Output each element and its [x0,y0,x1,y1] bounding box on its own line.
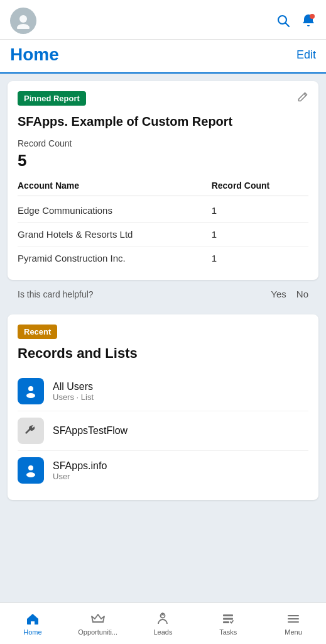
count-val: 1 [212,205,308,216]
person-icon [18,457,44,484]
edit-button[interactable]: Edit [296,48,316,62]
header-right [276,13,316,28]
account-name: Grand Hotels & Resorts Ltd [18,229,212,240]
section-title: Records and Lists [18,345,308,362]
account-name: Pyramid Construction Inc. [18,253,212,264]
list-item-text: SFAppsTestFlow [53,425,128,436]
nav-item-home[interactable]: Home [0,603,65,644]
nav-label-home: Home [23,628,41,636]
record-count-value: 5 [18,151,308,170]
bottom-nav: Home Opportuniti... Leads [0,602,326,644]
report-title: SFApps. Example of Custom Report [18,113,308,130]
nav-label-menu: Menu [285,628,302,636]
nav-item-opportunities[interactable]: Opportuniti... [65,603,131,644]
avatar[interactable] [10,8,36,34]
header-left [10,8,36,34]
report-table: Account Name Record Count Edge Communica… [18,180,308,270]
count-val: 1 [212,229,308,240]
page-title: Home [10,45,59,65]
recent-badge: Recent [18,325,57,339]
nav-label-opportunities: Opportuniti... [78,628,117,636]
table-row: Grand Hotels & Resorts Ltd 1 [18,223,308,247]
pinned-badge: Pinned Report [18,91,86,106]
svg-point-5 [28,386,33,391]
list-item[interactable]: SFApps.info User [18,451,308,490]
svg-rect-12 [223,621,229,623]
main-content: Pinned Report SFApps. Example of Custom … [0,74,326,508]
svg-line-3 [286,23,290,27]
table-row: Pyramid Construction Inc. 1 [18,247,308,270]
menu-icon [286,611,301,626]
svg-rect-10 [223,614,233,616]
nav-label-tasks: Tasks [219,628,237,636]
item-name: SFApps.info [53,460,107,472]
home-icon [25,611,40,626]
count-val: 1 [212,253,308,264]
helpful-buttons: Yes No [271,289,308,299]
item-sub: Users · List [53,392,94,402]
account-name: Edge Communications [18,205,212,216]
list-item-text: SFApps.info User [53,460,107,481]
crown-icon [90,611,106,626]
search-icon[interactable] [276,13,291,28]
person-icon [18,378,44,404]
item-name: SFAppsTestFlow [53,425,128,436]
card-header-row: Pinned Report [18,91,308,106]
table-header-row: Account Name Record Count [18,180,308,196]
helpful-section: Is this card helpful? Yes No [8,280,318,308]
svg-rect-11 [223,618,233,620]
svg-point-6 [26,393,35,398]
svg-point-0 [19,15,27,23]
notification-icon[interactable] [301,13,316,28]
svg-point-7 [28,465,33,470]
pinned-report-card: Pinned Report SFApps. Example of Custom … [8,81,318,280]
no-button[interactable]: No [296,289,308,299]
yes-button[interactable]: Yes [271,289,286,299]
nav-item-menu[interactable]: Menu [261,603,326,644]
star-person-icon [155,611,170,626]
item-name: All Users [53,381,94,392]
list-item[interactable]: All Users Users · List [18,372,308,411]
tasks-icon [220,611,236,626]
svg-point-1 [17,24,30,29]
recent-card: Recent Records and Lists All Users Users… [8,314,318,500]
svg-point-8 [26,472,35,477]
record-count-label: Record Count [18,138,308,148]
col-count-header: Record Count [212,180,308,191]
title-bar: Home Edit [0,40,326,74]
nav-item-tasks[interactable]: Tasks [195,603,261,644]
list-item-text: All Users Users · List [53,381,94,402]
nav-item-leads[interactable]: Leads [131,603,196,644]
helpful-text: Is this card helpful? [18,289,94,299]
table-row: Edge Communications 1 [18,199,308,223]
list-item[interactable]: SFAppsTestFlow [18,411,308,451]
app-header [0,0,326,40]
svg-point-4 [310,14,315,19]
nav-label-leads: Leads [154,628,173,636]
pencil-icon[interactable] [296,91,308,104]
item-sub: User [53,472,107,481]
col-account-header: Account Name [18,180,212,191]
wrench-icon [18,418,44,444]
